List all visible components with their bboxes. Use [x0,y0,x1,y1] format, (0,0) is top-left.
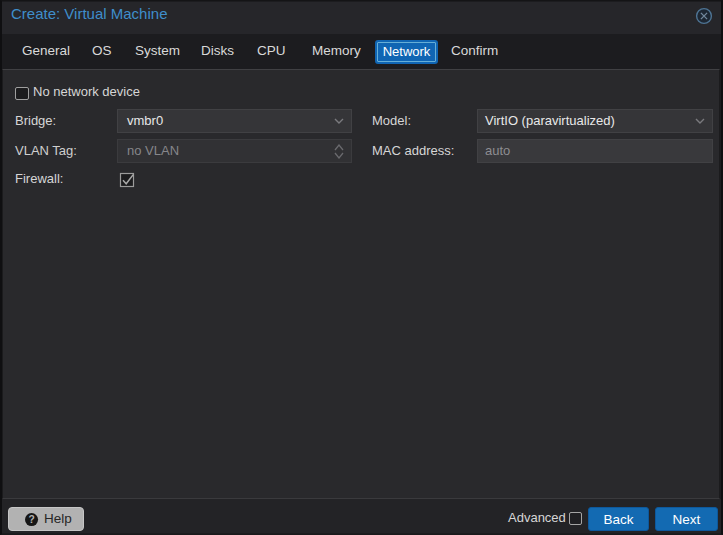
svg-text:?: ? [28,514,34,525]
